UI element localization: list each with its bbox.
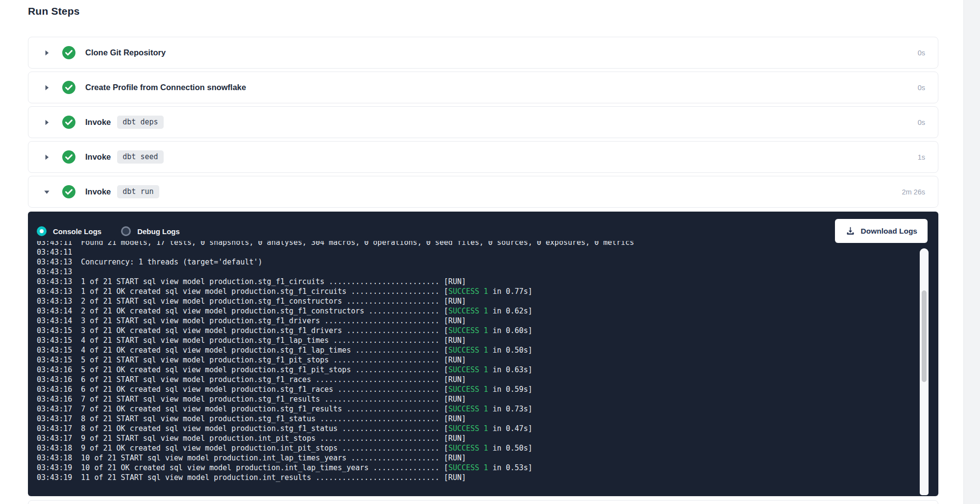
chevron-right-icon[interactable]: [43, 84, 50, 92]
chevron-right-icon[interactable]: [43, 49, 50, 57]
step-duration: 1s: [918, 153, 925, 161]
command-badge: dbt deps: [117, 116, 163, 129]
log-line: 03:43:11 Found 21 models, 17 tests, 0 sn…: [37, 241, 918, 247]
success-check-icon: [62, 150, 75, 164]
chevron-right-icon[interactable]: [43, 153, 50, 161]
next-step-card-partial: [28, 500, 938, 504]
log-line: 03:43:11: [37, 247, 918, 257]
log-line: 03:43:14 2 of 21 OK created sql view mod…: [37, 306, 918, 316]
log-line: 03:43:13 1 of 21 START sql view model pr…: [37, 277, 918, 287]
radio-label: Console Logs: [53, 227, 101, 236]
step-row-clone-git-repository[interactable]: Clone Git Repository0s: [28, 37, 938, 69]
radio-unselected-icon[interactable]: [121, 226, 131, 236]
log-scrollbar-thumb[interactable]: [922, 290, 927, 382]
success-check-icon: [62, 185, 75, 198]
step-label: Create Profile from Connection snowflake: [85, 83, 246, 92]
step-label: Invoke: [85, 152, 111, 162]
download-logs-label: Download Logs: [861, 227, 917, 236]
log-line: 03:43:13 Concurrency: 1 threads (target=…: [37, 257, 918, 267]
log-viewport[interactable]: 03:43:11 Found 21 models, 17 tests, 0 sn…: [37, 241, 918, 492]
log-line: 03:43:17 8 of 21 OK created sql view mod…: [37, 424, 918, 433]
log-line: 03:43:14 3 of 21 START sql view model pr…: [37, 316, 918, 326]
chevron-down-icon[interactable]: [43, 188, 50, 196]
radio-label: Debug Logs: [137, 227, 180, 236]
log-line: 03:43:15 3 of 21 OK created sql view mod…: [37, 326, 918, 336]
command-badge: dbt seed: [117, 150, 163, 164]
download-logs-button[interactable]: Download Logs: [835, 219, 928, 243]
log-success-text: SUCCESS 1: [448, 365, 488, 374]
radio-selected-icon[interactable]: [37, 226, 47, 236]
step-label: Clone Git Repository: [85, 48, 166, 57]
log-line: 03:43:19 10 of 21 OK created sql view mo…: [37, 463, 918, 473]
log-success-text: SUCCESS 1: [448, 385, 488, 394]
step-row-invoke-dbt-seed[interactable]: Invokedbt seed1s: [28, 141, 938, 173]
log-success-text: SUCCESS 1: [448, 444, 488, 453]
console-logs-radio[interactable]: Console Logs: [37, 226, 101, 236]
page-title: Run Steps: [28, 5, 80, 17]
success-check-icon: [62, 116, 75, 129]
log-line: 03:43:17 7 of 21 OK created sql view mod…: [37, 404, 918, 414]
download-icon: [845, 226, 856, 236]
step-row-create-profile-from-connection-snowflake[interactable]: Create Profile from Connection snowflake…: [28, 72, 938, 103]
log-line: 03:43:13 1 of 21 OK created sql view mod…: [37, 287, 918, 296]
run-steps-list: Clone Git Repository0sCreate Profile fro…: [28, 37, 938, 211]
step-duration: 2m 26s: [902, 188, 925, 196]
step-row-invoke-dbt-run[interactable]: Invokedbt run2m 26s: [28, 176, 938, 208]
step-row-invoke-dbt-deps[interactable]: Invokedbt deps0s: [28, 106, 938, 138]
step-duration: 0s: [918, 119, 925, 126]
log-success-text: SUCCESS 1: [448, 326, 488, 335]
log-scrollbar-track[interactable]: [920, 248, 929, 495]
log-line: 03:43:13 2 of 21 START sql view model pr…: [37, 296, 918, 306]
success-check-icon: [62, 81, 75, 94]
step-duration: 0s: [918, 84, 925, 92]
log-line: 03:43:17 8 of 21 START sql view model pr…: [37, 414, 918, 424]
step-label: Invoke: [85, 118, 111, 127]
log-success-text: SUCCESS 1: [448, 346, 488, 355]
log-line: 03:43:19 11 of 21 START sql view model p…: [37, 473, 918, 482]
log-line: 03:43:15 4 of 21 START sql view model pr…: [37, 336, 918, 345]
log-success-text: SUCCESS 1: [448, 463, 488, 472]
log-line: 03:43:15 5 of 21 START sql view model pr…: [37, 355, 918, 365]
log-line: 03:43:16 6 of 21 START sql view model pr…: [37, 375, 918, 384]
log-success-text: SUCCESS 1: [448, 424, 488, 433]
log-line: 03:43:15 4 of 21 OK created sql view mod…: [37, 345, 918, 355]
success-check-icon: [62, 46, 75, 59]
log-line: 03:43:18 9 of 21 OK created sql view mod…: [37, 443, 918, 453]
log-type-radio-group: Console LogsDebug Logs: [37, 226, 180, 236]
page-right-gutter: [963, 0, 980, 504]
console-panel: Console LogsDebug Logs Download Logs 03:…: [28, 212, 938, 496]
chevron-right-icon[interactable]: [43, 119, 50, 126]
log-line: 03:43:17 9 of 21 START sql view model pr…: [37, 433, 918, 443]
log-line: 03:43:16 6 of 21 OK created sql view mod…: [37, 384, 918, 394]
log-success-text: SUCCESS 1: [448, 307, 488, 315]
step-duration: 0s: [918, 49, 925, 57]
command-badge: dbt run: [117, 185, 159, 198]
debug-logs-radio[interactable]: Debug Logs: [121, 226, 180, 236]
log-line: 03:43:16 7 of 21 START sql view model pr…: [37, 394, 918, 404]
log-line: 03:43:18 10 of 21 START sql view model p…: [37, 453, 918, 463]
step-label: Invoke: [85, 187, 111, 196]
log-success-text: SUCCESS 1: [448, 405, 488, 413]
log-success-text: SUCCESS 1: [448, 287, 488, 296]
log-line: 03:43:13: [37, 267, 918, 277]
log-line: 03:43:16 5 of 21 OK created sql view mod…: [37, 365, 918, 375]
